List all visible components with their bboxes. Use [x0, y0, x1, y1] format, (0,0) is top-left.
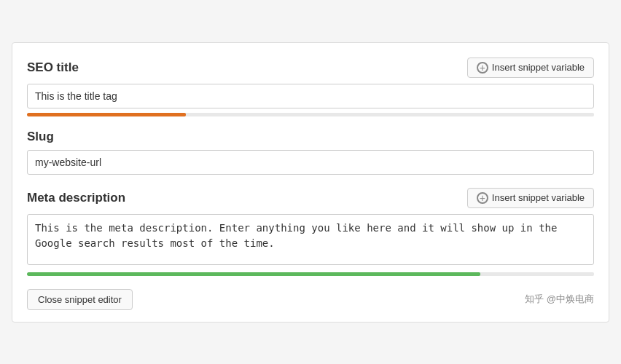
seo-title-section: SEO title + Insert snippet variable: [27, 58, 594, 116]
seo-title-progress-bar: [27, 113, 186, 116]
meta-description-header: Meta description + Insert snippet variab…: [27, 188, 594, 208]
meta-description-section: Meta description + Insert snippet variab…: [27, 188, 594, 276]
seo-panel: SEO title + Insert snippet variable Slug…: [12, 42, 609, 323]
seo-title-input[interactable]: [27, 84, 594, 108]
meta-description-textarea[interactable]: This is the meta description. Enter anyt…: [27, 214, 594, 265]
meta-description-progress-container: [27, 272, 594, 276]
slug-label: Slug: [27, 130, 594, 144]
seo-title-progress-container: [27, 113, 594, 116]
seo-title-insert-label: Insert snippet variable: [492, 62, 585, 73]
meta-description-insert-btn[interactable]: + Insert snippet variable: [467, 188, 594, 208]
seo-title-insert-btn[interactable]: + Insert snippet variable: [467, 58, 594, 78]
panel-footer: Close snippet editor 知乎 @中焕电商: [27, 289, 594, 310]
meta-description-label: Meta description: [27, 191, 125, 205]
close-snippet-editor-button[interactable]: Close snippet editor: [27, 289, 133, 310]
plus-icon-meta: +: [477, 192, 488, 204]
meta-description-insert-label: Insert snippet variable: [492, 192, 585, 203]
slug-section: Slug: [27, 130, 594, 175]
plus-icon: +: [477, 62, 488, 74]
watermark-text: 知乎 @中焕电商: [525, 293, 594, 306]
slug-input[interactable]: [27, 150, 594, 175]
meta-description-progress-bar: [27, 272, 480, 276]
seo-title-header: SEO title + Insert snippet variable: [27, 58, 594, 78]
seo-title-label: SEO title: [27, 60, 79, 75]
